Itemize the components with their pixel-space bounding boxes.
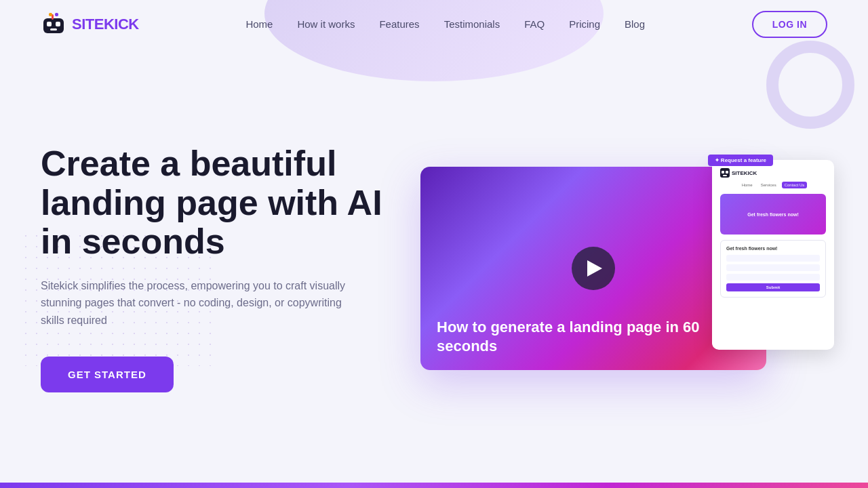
navbar: SITEKICK Home How it works Features Test… bbox=[0, 0, 868, 49]
mockup-nav: Home Services Contact Us bbox=[720, 182, 826, 188]
mockup-logo: SITEKICK bbox=[720, 168, 826, 178]
video-overlay-text: How to generate a landing page in 60 sec… bbox=[437, 318, 750, 357]
mockup-submit-label: Submit bbox=[766, 285, 780, 289]
svg-rect-0 bbox=[43, 18, 64, 33]
svg-rect-6 bbox=[55, 13, 58, 16]
nav-blog[interactable]: Blog bbox=[625, 18, 645, 30]
mockup-logo-icon bbox=[720, 168, 730, 178]
svg-rect-1 bbox=[47, 22, 52, 26]
mockup-input-name bbox=[726, 255, 820, 262]
svg-rect-2 bbox=[56, 22, 60, 26]
svg-rect-9 bbox=[726, 171, 728, 174]
hero-subtitle: Sitekick simplifies the process, empower… bbox=[41, 277, 353, 329]
logo-text: SITEKICK bbox=[72, 16, 139, 33]
hero-right: ✦ Request a feature How to generate a la… bbox=[420, 167, 827, 370]
nav-links: Home How it works Features Testimonials … bbox=[245, 18, 645, 30]
nav-features[interactable]: Features bbox=[379, 18, 419, 30]
svg-rect-5 bbox=[49, 13, 52, 16]
login-button[interactable]: LOG IN bbox=[752, 11, 827, 38]
bottom-bar bbox=[0, 483, 868, 488]
nav-how-it-works[interactable]: How it works bbox=[297, 18, 355, 30]
hero-title: Create a beautiful landing page with AI … bbox=[41, 144, 393, 261]
logo-prefix: SITE bbox=[72, 16, 104, 33]
svg-rect-8 bbox=[722, 171, 724, 174]
ui-mockup-overlay: SITEKICK Home Services Contact Us Get fr… bbox=[712, 160, 834, 350]
feature-badge[interactable]: ✦ Request a feature bbox=[708, 155, 773, 166]
mockup-nav-contact: Contact Us bbox=[782, 182, 808, 188]
svg-rect-3 bbox=[50, 28, 57, 30]
mockup-logo-text: SITEKICK bbox=[732, 170, 757, 176]
get-started-button[interactable]: GET STARTED bbox=[41, 357, 174, 392]
mockup-nav-services: Services bbox=[758, 182, 779, 188]
nav-home[interactable]: Home bbox=[245, 18, 273, 30]
play-button[interactable] bbox=[572, 247, 615, 290]
hero-section: Create a beautiful landing page with AI … bbox=[0, 49, 868, 461]
mockup-submit-button: Submit bbox=[726, 283, 820, 291]
mockup-input-email bbox=[726, 264, 820, 271]
nav-faq[interactable]: FAQ bbox=[524, 18, 545, 30]
logo-suffix: KICK bbox=[104, 16, 139, 33]
mockup-input-phone bbox=[726, 274, 820, 281]
svg-rect-10 bbox=[723, 175, 727, 176]
nav-testimonials[interactable]: Testimonials bbox=[444, 18, 500, 30]
mockup-nav-home: Home bbox=[739, 182, 755, 188]
logo-icon bbox=[41, 12, 66, 37]
mockup-form-title: Get fresh flowers now! bbox=[726, 246, 820, 251]
mockup-hero-text: Get fresh flowers now! bbox=[745, 209, 801, 220]
logo-link[interactable]: SITEKICK bbox=[41, 12, 139, 37]
hero-left: Create a beautiful landing page with AI … bbox=[41, 144, 393, 392]
mockup-hero-section: Get fresh flowers now! bbox=[720, 194, 826, 235]
nav-pricing[interactable]: Pricing bbox=[569, 18, 600, 30]
mockup-form: Get fresh flowers now! Submit bbox=[720, 240, 826, 298]
